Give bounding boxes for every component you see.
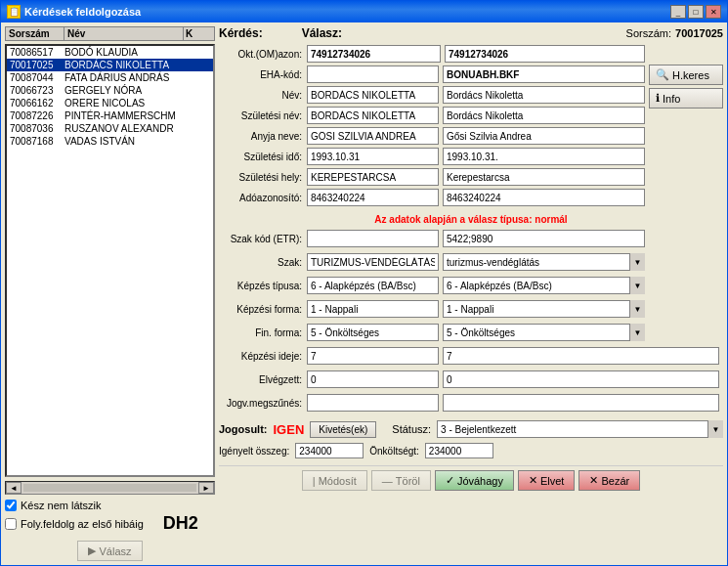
szakkod-kerdes-input[interactable] <box>307 230 439 247</box>
kepzesforma-valasz-select[interactable]: 1 - Nappali <box>443 300 645 318</box>
igenyelt-input[interactable] <box>295 443 364 458</box>
onkoltseget-label: Önköltségt: <box>369 446 419 457</box>
kepzesforma-row: Képzési forma: 1 - Nappali ▼ <box>219 300 723 318</box>
okt-kerdes-input[interactable] <box>307 45 441 63</box>
szulhely-row: Születési hely: <box>219 168 645 186</box>
right-panel: Kérdés: Válasz: Sorszám: 70017025 Okt.(O… <box>219 26 723 561</box>
jogvmegszunes-valasz-input[interactable] <box>443 394 719 412</box>
h-keres-button[interactable]: 🔍 H.keres <box>649 65 723 85</box>
minimize-button[interactable]: _ <box>670 5 686 19</box>
szulnev-kerdes-input[interactable] <box>307 107 439 124</box>
list-item[interactable]: 70087168 VADAS ISTVÁN <box>7 135 213 148</box>
okt-row: Okt.(OM)azon: <box>219 45 645 63</box>
okt-valasz-input[interactable] <box>445 45 645 63</box>
main-window: 📋 Kérdések feldolgozása _ □ ✕ Sorszám Né… <box>0 0 728 566</box>
finforma-kerdes-input[interactable] <box>307 324 439 341</box>
info-button[interactable]: ℹ Info <box>649 88 723 109</box>
eha-row: EHA-kód: <box>219 65 645 83</box>
titlebar: 📋 Kérdések feldolgozása _ □ ✕ <box>1 1 727 22</box>
statusz-select[interactable]: 3 - Bejelentkezett <box>437 420 723 438</box>
kepzesideje-kerdes-input[interactable] <box>307 347 439 365</box>
list-header: Sorszám Név K <box>5 26 215 41</box>
jovahagyj-button[interactable]: ✓ Jóváhagy <box>435 470 514 491</box>
szakkod-valasz-input[interactable] <box>443 230 645 247</box>
kepzesideje-valasz-input[interactable] <box>443 347 719 365</box>
valasz-btn-row: ▶ Válasz <box>5 541 215 561</box>
dh2-label: DH2 <box>163 513 198 534</box>
list-item[interactable]: 70087044 FATA DÁRIUS ANDRÁS <box>7 71 213 84</box>
kepzestip-valasz-select-wrapper: 6 - Alapképzés (BA/Bsc) ▼ <box>443 277 645 294</box>
statusz-label: Státusz: <box>392 423 431 435</box>
kv-headers: Kérdés: Válasz: <box>219 26 342 40</box>
list-item-selected[interactable]: 70017025 BORDÁCS NIKOLETTA <box>7 59 213 71</box>
list-item[interactable]: 70086517 BODÓ KLAUDIA <box>7 46 213 59</box>
info-icon: ℹ <box>656 92 660 105</box>
info-text: Az adatok alapján a válasz típusa: normá… <box>219 214 723 225</box>
valasz-label: Válasz: <box>302 26 342 40</box>
anyja-row: Anyja neve: <box>219 127 645 145</box>
kerdes-label: Kérdés: <box>219 26 263 40</box>
left-panel: Sorszám Név K 70086517 BODÓ KLAUDIA 7001… <box>5 26 215 561</box>
window-title: Kérdések feldolgozása <box>24 6 141 18</box>
form-grid: Okt.(OM)azon: EHA-kód: Név: <box>219 45 645 209</box>
torol-icon: — <box>382 475 393 487</box>
col-sorsz-header: Sorszám <box>6 27 64 40</box>
close-button[interactable]: ✕ <box>706 5 721 19</box>
jogosult-row: Jogosult: IGEN Kivetés(ek) Státusz: 3 - … <box>219 420 723 438</box>
elvegzett-kerdes-input[interactable] <box>307 370 439 388</box>
list-item[interactable]: 70066162 ORERE NICOLAS <box>7 97 213 109</box>
szulido-valasz-input[interactable] <box>443 148 645 165</box>
statusz-select-wrapper: 3 - Bejelentkezett ▼ <box>437 420 723 438</box>
jogvmegszunes-kerdes-input[interactable] <box>307 394 439 412</box>
anyja-kerdes-input[interactable] <box>307 127 439 145</box>
kepzestip-kerdes-input[interactable] <box>307 277 439 294</box>
szak-valasz-select[interactable]: turizmus-vendéglátás <box>443 253 645 271</box>
anyja-valasz-input[interactable] <box>443 127 645 145</box>
eha-valasz-input[interactable] <box>443 65 645 83</box>
folydolg-checkbox[interactable] <box>5 518 17 530</box>
szakkod-row: Szak kód (ETR): <box>219 230 723 247</box>
kivetesek-button[interactable]: Kivetés(ek) <box>310 421 376 438</box>
valasz-icon: ▶ <box>88 544 96 557</box>
szulhely-kerdes-input[interactable] <box>307 168 439 186</box>
titlebar-title: 📋 Kérdések feldolgozása <box>7 5 141 19</box>
list-hscrollbar[interactable]: ◄ ► <box>5 481 215 495</box>
jogosult-label: Jogosult: <box>219 423 268 435</box>
sorszam-label: Sorszám: <box>626 27 671 39</box>
kepzesideje-row: Képzési ideje: <box>219 347 723 365</box>
finforma-valasz-select[interactable]: 5 - Önköltséges <box>443 324 645 341</box>
szulido-kerdes-input[interactable] <box>307 148 439 165</box>
kepzesforma-kerdes-input[interactable] <box>307 300 439 318</box>
elvegzett-row: Elvégzett: <box>219 370 723 388</box>
adoazon-valasz-input[interactable] <box>443 189 645 206</box>
adoazon-kerdes-input[interactable] <box>307 189 439 206</box>
elvegzett-valasz-input[interactable] <box>443 370 719 388</box>
maximize-button[interactable]: □ <box>688 5 704 19</box>
kepzestipusa-row: Képzés típusa: 6 - Alapképzés (BA/Bsc) ▼ <box>219 277 723 294</box>
elvet-button[interactable]: ✕ Elvet <box>518 470 575 491</box>
list-item[interactable]: 70087226 PINTÉR-HAMMERSCHM <box>7 109 213 122</box>
nev-kerdes-input[interactable] <box>307 86 439 104</box>
list-item[interactable]: 70066723 GERGELY NÓRA <box>7 84 213 97</box>
nev-valasz-input[interactable] <box>443 86 645 104</box>
kesz-label: Kész nem látszik <box>21 500 102 511</box>
szak-kerdes-input[interactable] <box>307 253 439 271</box>
sorszam-value: 70017025 <box>675 27 723 39</box>
torol-button[interactable]: — Töröl <box>371 470 431 491</box>
onkoltseget-input[interactable] <box>425 443 493 458</box>
header-row: Kérdés: Válasz: Sorszám: 70017025 <box>219 26 723 40</box>
side-buttons: 🔍 H.keres ℹ Info <box>649 45 723 209</box>
modosit-button[interactable]: | Módosít <box>302 470 367 491</box>
eha-kerdes-input[interactable] <box>307 65 439 83</box>
valasz-button[interactable]: ▶ Válasz <box>77 541 142 561</box>
szulhely-valasz-input[interactable] <box>443 168 645 186</box>
kepzestip-valasz-select[interactable]: 6 - Alapképzés (BA/Bsc) <box>443 277 645 294</box>
bezar-button[interactable]: ✕ Bezár <box>578 470 640 491</box>
szak-row: Szak: turizmus-vendéglátás ▼ <box>219 253 723 271</box>
kesz-checkbox[interactable] <box>5 500 17 511</box>
person-list[interactable]: 70086517 BODÓ KLAUDIA 70017025 BORDÁCS N… <box>5 44 215 477</box>
modosit-icon: | <box>313 475 316 487</box>
szulnev-valasz-input[interactable] <box>443 107 645 124</box>
list-item[interactable]: 70087036 RUSZANOV ALEXANDR <box>7 122 213 135</box>
bezar-icon: ✕ <box>589 474 598 487</box>
